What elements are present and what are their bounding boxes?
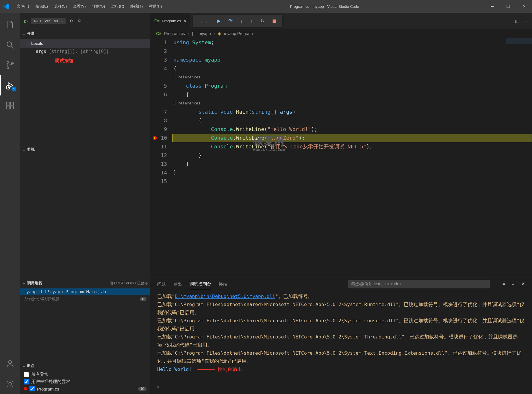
bp-checkbox[interactable] [29, 386, 35, 391]
menu-run[interactable]: 运行(R) [108, 2, 127, 11]
code-token: ); [366, 143, 373, 150]
csharp-file-icon: C# [154, 19, 160, 23]
tab-close-button[interactable]: ✕ [183, 19, 186, 23]
svg-rect-7 [7, 106, 10, 109]
activity-debug[interactable]: 1 [0, 75, 20, 95]
menu-view[interactable]: 查看(V) [70, 2, 88, 11]
breadcrumb-class[interactable]: myapp.Program [224, 31, 253, 36]
activity-scm[interactable] [0, 55, 20, 75]
code-token: Console [211, 135, 233, 141]
menu-selection[interactable]: 选择(S) [51, 2, 70, 11]
minimize-button[interactable]: ─ [484, 0, 500, 13]
panel-tab-debug-console[interactable]: 调试控制台 [190, 279, 211, 289]
split-editor-button[interactable]: ◫ [515, 19, 518, 23]
unknown-source-label: 未知源 [46, 296, 59, 302]
chevron-down-icon: ⌄ [23, 148, 25, 152]
debug-toolbar[interactable]: ⋮⋮ ▶ ↷ ↓ ↑ ↻ ◼ [193, 15, 282, 27]
line-gutter[interactable]: 1234 56 789 10 1112131415 [150, 38, 172, 277]
search-icon [5, 40, 15, 49]
variables-label: 变量 [27, 31, 35, 36]
panel-tab-problems[interactable]: 问题 [157, 279, 166, 289]
codelens[interactable]: 0 references [173, 101, 201, 105]
panel-filter-input[interactable]: 筛选器(例如 text、!exclude) [348, 280, 490, 288]
bp-user-unhandled[interactable]: 用户未经处理的异常 [20, 378, 150, 385]
activity-settings[interactable] [0, 374, 20, 394]
code-token: } [199, 152, 202, 158]
watch-section-header[interactable]: ⌄监视 [20, 145, 150, 154]
step-over-button[interactable]: ↷ [228, 18, 233, 24]
menu-go[interactable]: 转到(G) [89, 2, 108, 11]
breadcrumb-file[interactable]: Program.cs [164, 31, 185, 36]
activity-search[interactable] [0, 35, 20, 55]
bp-checkbox[interactable] [24, 379, 29, 384]
open-launch-json-button[interactable]: ⚙ [68, 18, 74, 24]
code-token: System [192, 39, 211, 45]
breadcrumb[interactable]: C# Program.cs › { } myapp › ◆ myapp.Prog… [150, 29, 532, 38]
close-button[interactable]: ✕ [516, 0, 532, 13]
minimap[interactable] [506, 38, 532, 56]
menu-edit[interactable]: 编辑(E) [33, 2, 51, 11]
debug-console-output[interactable]: 已加载"D:\myapp\bin\Debug\net5.0\myapp.dll"… [150, 291, 532, 385]
code-token: Main [236, 109, 249, 115]
watch-label: 监视 [27, 147, 35, 152]
panel-tab-terminal[interactable]: 终端 [219, 279, 227, 289]
clear-console-button[interactable]: ≡ [503, 281, 505, 287]
bottom-panel: 问题 输出 调试控制台 终端 筛选器(例如 text、!exclude) ≡ ︿… [150, 277, 532, 394]
drag-handle-icon[interactable]: ⋮⋮ [199, 18, 209, 24]
launch-config-label: .NET Core Lau [33, 19, 58, 23]
variable-value: {string[0]} [80, 49, 109, 54]
code-lines[interactable]: using System; namespace myapp { 0 refere… [172, 38, 532, 277]
svg-rect-8 [10, 106, 14, 109]
launch-config-select[interactable]: .NET Core Lau ⌄ [31, 18, 66, 24]
callstack-section-header[interactable]: ⌄调用堆栈因 BREAKPOINT 已暂停 [20, 279, 150, 288]
activity-account[interactable] [0, 354, 20, 374]
more-editor-actions[interactable]: ⋯ [524, 19, 527, 23]
variable-row[interactable]: args [string[]]: {string[0]} [20, 48, 150, 55]
locals-header[interactable]: ⌄Locals [20, 39, 150, 48]
window-controls: ─ ☐ ✕ [484, 0, 532, 13]
menu-file[interactable]: 文件(F) [14, 2, 32, 11]
code-editor[interactable]: 1234 56 789 10 1112131415 using System; … [150, 38, 532, 277]
breakpoints-section-header[interactable]: ⌄断点 [20, 361, 150, 370]
frame-text: myapp.dll!myapp.Program.Main(str [24, 289, 107, 294]
panel-tabs: 问题 输出 调试控制台 终端 筛选器(例如 text、!exclude) ≡ ︿… [150, 277, 532, 291]
step-into-button[interactable]: ↓ [240, 18, 243, 24]
activity-extensions[interactable] [0, 95, 20, 116]
debug-console-button[interactable]: ⧉ [77, 17, 82, 24]
callstack-status: 因 BREAKPOINT 已暂停 [110, 281, 148, 286]
code-token: "使用VS Code从零开始开发调试.NET 5" [267, 143, 366, 150]
namespace-icon: { } [192, 31, 196, 36]
restart-button[interactable]: ↻ [260, 18, 265, 24]
chevron-down-icon: ⌄ [23, 32, 25, 36]
svg-point-11 [9, 382, 11, 385]
panel-tab-output[interactable]: 输出 [173, 279, 182, 289]
breadcrumb-namespace[interactable]: myapp [199, 31, 211, 36]
bp-file-label: Program.cs [37, 386, 59, 391]
svg-rect-6 [7, 102, 10, 105]
more-actions-button[interactable]: ⋯ [85, 18, 91, 24]
bp-file-entry[interactable]: Program.cs10 [20, 385, 150, 392]
maximize-button[interactable]: ☐ [500, 0, 516, 13]
svg-line-1 [11, 46, 14, 48]
debug-console-input[interactable]: > [150, 385, 532, 394]
continue-button[interactable]: ▶ [217, 18, 221, 24]
bp-all-exceptions[interactable]: 所有异常 [20, 371, 150, 378]
menu-help[interactable]: 帮助(H) [146, 2, 165, 11]
collapse-panel-button[interactable]: ︿ [511, 281, 516, 287]
stop-button[interactable]: ◼ [272, 18, 277, 24]
menu-terminal[interactable]: 终端(T) [127, 2, 146, 11]
tab-program-cs[interactable]: C# Program.cs ✕ [150, 13, 191, 29]
branch-icon [5, 60, 15, 70]
callstack-frame[interactable]: myapp.dll!myapp.Program.Main(str [20, 288, 150, 295]
code-token: Console [211, 143, 233, 150]
variables-section-header[interactable]: ⌄变量 [20, 29, 150, 38]
close-panel-button[interactable]: ✕ [521, 281, 525, 287]
activity-explorer[interactable] [0, 14, 20, 35]
bp-checkbox[interactable] [24, 372, 29, 377]
callstack-external[interactable]: [外部代码]未知源0 [20, 295, 150, 303]
step-out-button[interactable]: ↑ [250, 18, 253, 24]
frame-badge: 0 [140, 297, 147, 301]
gear-icon [5, 379, 15, 389]
start-debug-button[interactable]: ▷ [24, 18, 28, 24]
codelens[interactable]: 0 references [173, 75, 201, 79]
